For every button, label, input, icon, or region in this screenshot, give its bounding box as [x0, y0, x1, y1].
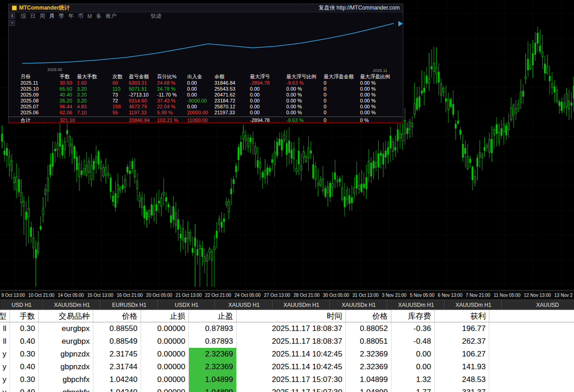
- tab-symbol[interactable]: USDX H1: [158, 300, 215, 310]
- time-label: 21 Oct 13:00: [176, 293, 202, 298]
- menu-item-季[interactable]: 季: [59, 12, 64, 20]
- menu-item-月[interactable]: 月: [49, 12, 55, 20]
- stats-cell: 1197.33: [129, 110, 157, 116]
- pos-cell-filler: [489, 361, 574, 373]
- stats-cell: -9000.00: [187, 98, 214, 104]
- scale-toggle-icon[interactable]: ⇕: [9, 13, 15, 19]
- menu-item-账户[interactable]: 账户: [106, 12, 117, 20]
- pos-cell-sl: 0.00000: [141, 373, 189, 386]
- stats-table: 月份手数最大手数次数盈亏金额百分比%出入金余额最大浮亏最大浮亏比例最大浮盈金额最…: [9, 73, 403, 123]
- pos-cell-profit: 196.77: [435, 322, 489, 335]
- time-label: 22 Oct 21:00: [205, 293, 231, 298]
- menu-item-M[interactable]: M: [87, 13, 92, 20]
- stats-cell: 0.00: [250, 86, 286, 92]
- equity-x-end-label: 2025.11: [373, 68, 387, 73]
- menu-item-年[interactable]: 年: [68, 12, 74, 20]
- stats-cell: 2025.07: [20, 104, 60, 110]
- pos-cell-filler: [489, 373, 574, 386]
- pos-col-lots[interactable]: 手数: [10, 310, 39, 322]
- tab-symbol[interactable]: XAUUSD H1: [215, 300, 273, 310]
- pos-cell-type: ll: [0, 322, 10, 335]
- stats-row: 2025.0940.403.2073-2713.10-11.70 %0.0020…: [9, 92, 403, 98]
- stats-cell: 55: [112, 110, 129, 116]
- help-icon[interactable]: ?: [9, 20, 15, 26]
- time-label: 31 Oct 13:00: [352, 293, 378, 298]
- stats-cell: 4672.79: [129, 104, 157, 110]
- stats-cell: 0.00 %: [286, 92, 324, 98]
- pos-col-price2[interactable]: 价格: [346, 310, 391, 322]
- stats-cell: 2025.08: [20, 98, 60, 104]
- stats-cell: 0.00 %: [360, 98, 403, 104]
- stats-cell: 2025.06: [20, 110, 60, 116]
- tab-symbol[interactable]: XAUUSDm H1: [387, 300, 445, 310]
- stats-cell: 0: [324, 98, 360, 104]
- stats-col-header: 最大浮盈金额: [324, 74, 360, 80]
- stats-cell: 110: [112, 86, 129, 92]
- menu-item-周[interactable]: 周: [40, 12, 45, 20]
- menu-item-币[interactable]: 币: [78, 12, 83, 20]
- pos-cell-tp: 1.04899: [189, 386, 237, 392]
- pos-col-time[interactable]: 时间: [237, 310, 346, 322]
- stats-titlebar[interactable]: MTCommander统计 复盘侠 http://MTCommander.com: [9, 4, 403, 12]
- tab-symbol[interactable]: USD H1: [0, 300, 43, 310]
- menu-item-备[interactable]: 备: [96, 12, 102, 20]
- stats-cell: 0.00 %: [286, 104, 324, 110]
- pos-cell-profit: 248.53: [435, 373, 489, 386]
- tab-symbol[interactable]: XAUUSDm H1: [273, 300, 330, 310]
- pos-cell-profit: 262.37: [435, 335, 489, 348]
- pos-cell-filler: [489, 335, 574, 348]
- menu-item-综[interactable]: 综: [20, 12, 26, 20]
- pos-col-type[interactable]: 型: [0, 310, 10, 322]
- stats-cell: -11.70 %: [157, 92, 187, 98]
- stats-cell: 0.00 %: [286, 110, 324, 116]
- pos-cell-profit: 141.93: [435, 361, 489, 373]
- stats-col-header: 最大浮亏比例: [286, 74, 324, 80]
- panel-logo-icon: [12, 5, 17, 10]
- position-row[interactable]: ll0.30eurgbpx0.885500.000000.878932025.1…: [0, 322, 574, 335]
- stats-cell: 24.78 %: [157, 86, 187, 92]
- pos-col-swap[interactable]: 库存费: [391, 310, 435, 322]
- stats-cell: 11000.00: [187, 117, 214, 123]
- position-row[interactable]: y0.40gbpnzdx2.317440.000002.323692025.11…: [0, 361, 574, 373]
- pos-col-price[interactable]: 价格: [93, 310, 141, 322]
- pos-col-sl[interactable]: 止损: [141, 310, 189, 322]
- stats-cell: 60: [112, 80, 129, 86]
- stats-cell: 2025.10: [20, 86, 60, 92]
- time-label: 30 Oct 05:00: [323, 293, 349, 298]
- time-label: 6 Nov 13:00: [438, 293, 462, 298]
- tab-symbol[interactable]: XAUUSDm H1: [43, 300, 101, 310]
- pos-cell-price: 1.04240: [93, 386, 141, 392]
- brand-link[interactable]: 复盘侠 http://MTCommander.com: [319, 4, 400, 12]
- pos-cell-tp: 1.04899: [189, 373, 237, 386]
- time-label: 11 Nov 05:00: [494, 293, 521, 298]
- time-label: 12 Nov 13:00: [524, 293, 551, 298]
- stats-col-header: 最大手数: [77, 74, 112, 80]
- position-row[interactable]: y0.30gbpchfx1.042400.000001.048992025.11…: [0, 373, 574, 386]
- tab-symbol[interactable]: XAUUSD: [502, 300, 574, 310]
- tab-symbol[interactable]: XAUUSDx H1: [330, 300, 387, 310]
- pos-cell-time: 2025.11.17 15:07:30: [237, 373, 346, 386]
- time-label: 9 Oct 13:00: [1, 293, 25, 298]
- pos-col-profit[interactable]: 获利: [435, 310, 489, 322]
- position-row[interactable]: y0.30gbpnzdx2.317450.000002.323692025.11…: [0, 348, 574, 361]
- position-row[interactable]: y0.40gbpchfx1.042400.000001.048992025.11…: [0, 386, 574, 392]
- pos-cell-type: y: [0, 373, 10, 386]
- menu-item-轨迹[interactable]: 轨迹: [151, 12, 162, 20]
- stats-cell: 6303.31: [129, 80, 157, 86]
- pos-col-symbol[interactable]: 交易品种: [39, 310, 93, 322]
- stats-cell: 72: [112, 98, 129, 104]
- menu-item-日[interactable]: 日: [30, 12, 36, 20]
- tab-symbol[interactable]: XAUUSDm H1: [445, 300, 502, 310]
- stats-cell: 0.00 %: [286, 86, 324, 92]
- pos-col-tp[interactable]: 止盈: [189, 310, 237, 322]
- stats-cell: 65.50: [60, 86, 77, 92]
- pos-cell-sl: 0.00000: [141, 361, 189, 373]
- pos-cell-type: ll: [0, 335, 10, 348]
- pos-cell-type: y: [0, 348, 10, 361]
- time-label: 14 Oct 05:00: [58, 293, 84, 298]
- stats-cell: 0.00 %: [360, 86, 403, 92]
- pos-cell-price2: 2.32369: [346, 361, 391, 373]
- tab-symbol[interactable]: EURUSDx H1: [101, 300, 158, 310]
- position-row[interactable]: ll0.40eurgbpx0.885490.000000.878932025.1…: [0, 335, 574, 348]
- pos-cell-time: 2025.11.14 10:42:45: [237, 348, 346, 361]
